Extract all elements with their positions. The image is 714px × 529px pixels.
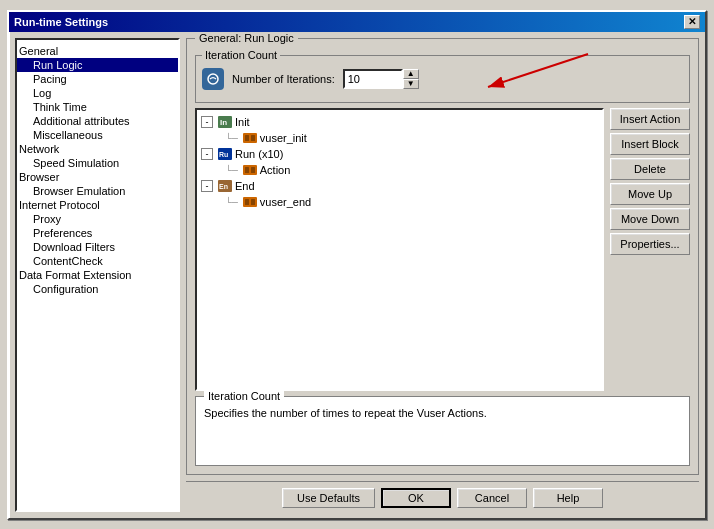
svg-rect-11 [245, 167, 249, 173]
description-text: Specifies the number of times to repeat … [204, 407, 681, 419]
footer-buttons: Use Defaults OK Cancel Help [186, 481, 699, 512]
end-label: End [235, 180, 255, 192]
svg-point-2 [208, 74, 218, 84]
nav-item-speed-simulation[interactable]: Speed Simulation [17, 156, 178, 170]
child-line-vuser-end: └─ [225, 197, 238, 207]
nav-item-miscellaneous[interactable]: Miscellaneous [17, 128, 178, 142]
svg-text:En: En [219, 183, 228, 190]
nav-item-configuration[interactable]: Configuration [17, 282, 178, 296]
left-nav-panel: General Run Logic Pacing Log Think Time … [15, 38, 180, 512]
app-icon [202, 68, 224, 90]
tree-node-vuser-end[interactable]: └─ vuser_end [201, 194, 598, 210]
nav-item-think-time[interactable]: Think Time [17, 100, 178, 114]
iteration-count-group: Iteration Count Number of Iterations: [195, 55, 690, 103]
dialog-body: General Run Logic Pacing Log Think Time … [9, 32, 705, 518]
delete-button[interactable]: Delete [610, 158, 690, 180]
nav-item-pacing[interactable]: Pacing [17, 72, 178, 86]
child-line-action: └─ [225, 165, 238, 175]
runtime-settings-dialog: Run-time Settings ✕ General Run Logic Pa… [7, 10, 707, 520]
group-title: General: Run Logic [195, 32, 298, 44]
action-buttons-panel: Insert Action Insert Block Delete Move U… [610, 108, 690, 391]
close-button[interactable]: ✕ [684, 15, 700, 29]
nav-item-run-logic[interactable]: Run Logic [17, 58, 178, 72]
nav-item-network[interactable]: Network [17, 142, 178, 156]
nav-item-general[interactable]: General [17, 44, 178, 58]
expand-end[interactable]: - [201, 180, 213, 192]
init-label: Init [235, 116, 250, 128]
nav-item-proxy[interactable]: Proxy [17, 212, 178, 226]
run-logic-group: General: Run Logic Iteration Count [186, 38, 699, 475]
cancel-button[interactable]: Cancel [457, 488, 527, 508]
svg-text:Ru: Ru [219, 151, 228, 158]
tree-node-end[interactable]: - En End [201, 178, 598, 194]
svg-rect-6 [245, 135, 249, 141]
ok-button[interactable]: OK [381, 488, 451, 508]
nav-item-additional-attributes[interactable]: Additional attributes [17, 114, 178, 128]
svg-rect-12 [251, 167, 255, 173]
nav-item-data-format-extension[interactable]: Data Format Extension [17, 268, 178, 282]
iteration-count-legend: Iteration Count [202, 49, 280, 61]
svg-rect-16 [245, 199, 249, 205]
help-button[interactable]: Help [533, 488, 603, 508]
app-icon-svg [206, 72, 220, 86]
expand-init[interactable]: - [201, 116, 213, 128]
child-line-vuser-init: └─ [225, 133, 238, 143]
iterations-spinner: ▲ ▼ [343, 69, 419, 89]
svg-rect-7 [251, 135, 255, 141]
svg-text:In: In [220, 118, 227, 127]
insert-block-button[interactable]: Insert Block [610, 133, 690, 155]
end-icon: En [217, 179, 233, 193]
nav-item-log[interactable]: Log [17, 86, 178, 100]
spinner-down-button[interactable]: ▼ [403, 79, 419, 89]
insert-action-button[interactable]: Insert Action [610, 108, 690, 130]
tree-node-init[interactable]: - In Init [201, 114, 598, 130]
action-label: Action [260, 164, 291, 176]
move-down-button[interactable]: Move Down [610, 208, 690, 230]
properties-button[interactable]: Properties... [610, 233, 690, 255]
use-defaults-button[interactable]: Use Defaults [282, 488, 375, 508]
dialog-title: Run-time Settings [14, 16, 108, 28]
spinner-buttons: ▲ ▼ [403, 69, 419, 89]
vuser-end-icon [242, 195, 258, 209]
init-icon: In [217, 115, 233, 129]
run-label: Run (x10) [235, 148, 283, 160]
expand-run[interactable]: - [201, 148, 213, 160]
right-content-panel: General: Run Logic Iteration Count [186, 38, 699, 512]
vuser-init-label: vuser_init [260, 132, 307, 144]
title-bar: Run-time Settings ✕ [9, 12, 705, 32]
vuser-end-label: vuser_end [260, 196, 311, 208]
svg-rect-17 [251, 199, 255, 205]
tree-node-action[interactable]: └─ Action [201, 162, 598, 178]
move-up-button[interactable]: Move Up [610, 183, 690, 205]
vuser-init-icon [242, 131, 258, 145]
actions-tree: - In Init └─ [195, 108, 604, 391]
nav-item-download-filters[interactable]: Download Filters [17, 240, 178, 254]
nav-item-contentcheck[interactable]: ContentCheck [17, 254, 178, 268]
run-icon: Ru [217, 147, 233, 161]
description-legend: Iteration Count [204, 390, 284, 402]
description-box: Iteration Count Specifies the number of … [195, 396, 690, 466]
action-icon [242, 163, 258, 177]
iterations-input[interactable] [343, 69, 403, 89]
iterations-label: Number of Iterations: [232, 73, 335, 85]
nav-item-browser-emulation[interactable]: Browser Emulation [17, 184, 178, 198]
tree-node-run[interactable]: - Ru Run (x10) [201, 146, 598, 162]
spinner-up-button[interactable]: ▲ [403, 69, 419, 79]
iteration-count-row: Number of Iterations: ▲ ▼ [202, 68, 683, 90]
nav-item-internet-protocol[interactable]: Internet Protocol [17, 198, 178, 212]
tree-node-vuser-init[interactable]: └─ vuser_init [201, 130, 598, 146]
tree-buttons-area: - In Init └─ [195, 108, 690, 391]
nav-item-browser[interactable]: Browser [17, 170, 178, 184]
nav-item-preferences[interactable]: Preferences [17, 226, 178, 240]
